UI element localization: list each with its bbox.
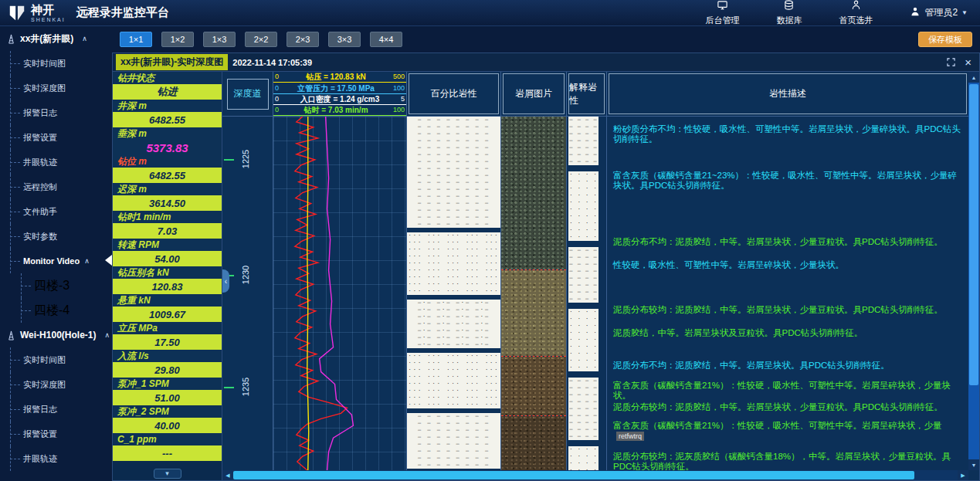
layout-button-1x2[interactable]: 1×2	[161, 32, 194, 47]
curve-scale-3[interactable]: 0钻时 = 7.03 min/m100	[273, 105, 406, 116]
lithology-symbol-row: — — — — — — — —	[407, 165, 500, 172]
lithology-symbol-row: — — — — — — — —	[407, 221, 500, 228]
curve-scale-0[interactable]: 0钻压 = 120.83 kN500	[273, 72, 406, 83]
interpretation-symbol-row: — — — —	[568, 289, 599, 296]
interpretation-symbol-row: — — — —	[568, 247, 599, 254]
panel-body: 钻井状态钻进井深 m6482.55垂深 m5373.83钻位 m6482.55迟…	[113, 72, 979, 480]
curve-name-value: 钻时 = 7.03 min/m	[303, 106, 368, 114]
lithology-symbol-row: –·– –·– –·– –·–	[407, 313, 500, 320]
curve-scale-min: 0	[275, 107, 279, 114]
sidebar-item-wei-realtime-time-chart[interactable]: 实时时间图	[0, 347, 112, 372]
sidebar-tree: xx井(新井眼)∧实时时间图实时深度图报警日志报警设置井眼轨迹远程控制文件助手实…	[0, 26, 112, 471]
vertical-scrollbar[interactable]: ▲ ▼	[968, 72, 979, 470]
lithology-symbol-row: — — — — — — — —	[407, 172, 500, 179]
lithology-symbol-row: ··· ··· ··· ··· ···	[407, 395, 500, 401]
depth-track: 122512301235	[222, 117, 273, 470]
nav-item-well-select[interactable]: 首页选井	[839, 0, 873, 26]
sidebar-item-xx-alarm-settings[interactable]: 报警设置	[0, 125, 112, 150]
depth-tick	[224, 159, 234, 161]
lithology-symbol-row: — — — — — — — —	[407, 413, 500, 420]
lithology-symbol-row: — — — — — — — —	[407, 200, 500, 207]
layout-button-2x3[interactable]: 2×3	[287, 32, 319, 47]
sidebar-item-label: 文件助手	[23, 206, 57, 218]
lithology-symbol-row: ··· ··· ··· ··· ···	[407, 281, 500, 288]
app-title: 远程录井监控平台	[76, 5, 169, 20]
curve-scale-1[interactable]: 0立管压力 = 17.50 MPa100	[273, 83, 406, 93]
interpretation-symbol-row: — — — —	[568, 405, 599, 412]
lithology-symbol-row: — — — — — — — —	[407, 214, 500, 221]
sidebar-item-xx-realtime-depth-chart[interactable]: 实时深度图	[0, 76, 112, 100]
interpretation-symbol-row: — — — —	[568, 419, 599, 426]
param-label-12: 泵冲_2 SPM	[113, 405, 222, 418]
interpretation-symbol-row: — — — —	[568, 378, 599, 384]
param-label-3: 钻位 m	[113, 155, 222, 168]
param-value-11: 51.00	[113, 390, 222, 405]
fullscreen-icon[interactable]	[947, 58, 955, 66]
layout-button-2x2[interactable]: 2×2	[245, 32, 277, 47]
sidebar-item-label: 四楼-4	[34, 303, 70, 319]
sidebar-item-wei-alarm-log[interactable]: 报警日志	[0, 397, 112, 422]
layout-button-1x1[interactable]: 1×1	[120, 32, 152, 47]
interpretation-symbol-row: · · · ·	[568, 337, 599, 344]
parameters-scroll-button[interactable]: ▾	[154, 469, 181, 479]
sidebar-item-label: 井眼轨迹	[23, 157, 57, 168]
param-value-7: 120.83	[113, 279, 222, 294]
horizontal-scroll-thumb[interactable]	[233, 471, 914, 479]
scroll-right-button[interactable]: ▶	[958, 470, 968, 480]
nav-item-database[interactable]: 数据库	[776, 0, 802, 26]
close-icon[interactable]: ×	[965, 56, 972, 68]
collapse-handle[interactable]: ‹	[222, 269, 229, 293]
interpretation-symbol-row: · · · ·	[568, 453, 599, 460]
lithology-symbol-row: — — — — — — — —	[407, 158, 500, 165]
sidebar-item-xx-wellbore-trajectory[interactable]: 井眼轨迹	[0, 150, 112, 174]
curves-svg	[273, 117, 406, 470]
horizontal-scrollbar[interactable]: ◀ ▶	[222, 470, 968, 480]
sidebar-item-well-wei-h100[interactable]: Wei-H100(Hole-1)∧	[0, 323, 112, 347]
lithology-symbol-row: ··· ··· ··· ··· ···	[407, 388, 500, 395]
interpretation-symbol-row: — — — —	[568, 282, 599, 289]
layout-button-4x4[interactable]: 4×4	[370, 32, 402, 47]
chart-area: 深度道 0钻压 = 120.83 kN5000立管压力 = 17.50 MPa1…	[222, 72, 979, 480]
layout-button-3x3[interactable]: 3×3	[328, 32, 361, 47]
nav-item-admin-console[interactable]: 后台管理	[705, 0, 739, 26]
horizontal-scroll-track[interactable]	[233, 470, 958, 480]
param-label-10: 入流 l/s	[113, 350, 222, 362]
lithology-description: 泥质分布不均：泥质胶结，中等。岩屑呈块状，少量豆粒状。具PDC钻头切削特征。	[613, 237, 961, 247]
sidebar-item-xx-video-floor4-3[interactable]: 四楼-3	[0, 273, 112, 298]
sidebar-item-xx-file-helper[interactable]: 文件助手	[0, 199, 112, 224]
curve-legend: 0钻压 = 120.83 kN5000立管压力 = 17.50 MPa1000入…	[273, 72, 407, 116]
save-template-button[interactable]: 保存模板	[918, 32, 972, 47]
sidebar-item-xx-alarm-log[interactable]: 报警日志	[0, 100, 112, 125]
curve-name-value: 立管压力 = 17.50 MPa	[297, 84, 375, 93]
scroll-up-button[interactable]: ▲	[968, 72, 979, 83]
interpretation-symbol-row: · · · ·	[568, 185, 599, 192]
lithology-symbol-row: — — — — — — — —	[407, 441, 500, 448]
sidebar-item-xx-remote-control[interactable]: 远程控制	[0, 174, 112, 199]
interpretation-symbol-row: · · · ·	[568, 192, 599, 199]
param-value-1: 6482.55	[113, 112, 222, 127]
sidebar-item-label: 实时深度图	[23, 83, 66, 94]
sidebar-item-wei-realtime-depth-chart[interactable]: 实时深度图	[0, 372, 112, 397]
scroll-left-button[interactable]: ◀	[222, 470, 233, 480]
curve-track	[273, 117, 407, 470]
sidebar-item-xx-realtime-params[interactable]: 实时参数	[0, 224, 112, 249]
cuttings-photo	[501, 117, 566, 269]
sidebar-item-xx-monitor-video[interactable]: Monitor Video∧	[0, 249, 112, 273]
active-panel-marker	[105, 255, 112, 266]
sidebar-item-wei-alarm-settings[interactable]: 报警设置	[0, 422, 112, 446]
user-menu[interactable]: 管理员2▼	[910, 6, 968, 19]
vertical-scroll-thumb[interactable]	[969, 84, 978, 385]
scroll-right-icon: ▶	[961, 473, 965, 479]
curve-scale-2[interactable]: 0入口密度 = 1.24 g/cm35	[273, 94, 406, 105]
depth-chart-panel: xx井(新井眼)-实时深度图 2022-11-14 17:05:39 × 钻井状…	[112, 53, 980, 481]
vertical-scroll-track[interactable]	[968, 83, 979, 459]
sidebar-item-xx-realtime-time-chart[interactable]: 实时时间图	[0, 51, 112, 76]
sidebar-item-wei-wellbore-trajectory[interactable]: 井眼轨迹	[0, 446, 112, 471]
scroll-down-button[interactable]: ▼	[968, 459, 979, 470]
nav-item-label: 后台管理	[705, 15, 739, 26]
sidebar-item-well-xx[interactable]: xx井(新井眼)∧	[0, 26, 112, 51]
sidebar-item-xx-video-floor4-4[interactable]: 四楼-4	[0, 298, 112, 323]
layout-button-1x3[interactable]: 1×3	[203, 32, 236, 47]
collapse-caret-icon: ∧	[84, 257, 90, 265]
column-header-cell: 岩性描述	[607, 72, 968, 116]
